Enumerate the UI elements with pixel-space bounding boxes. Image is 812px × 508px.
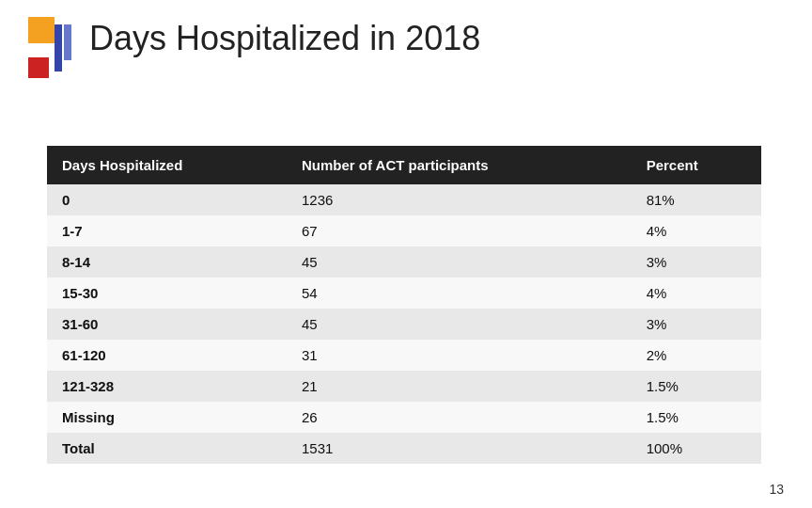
cell-days: 121-328 <box>47 371 287 402</box>
cell-count: 45 <box>287 246 632 278</box>
logo-bar-blue2 <box>64 24 71 60</box>
cell-days: Total <box>47 433 287 464</box>
cell-count: 1236 <box>287 184 632 215</box>
cell-percent: 1.5% <box>632 371 761 402</box>
cell-percent: 4% <box>632 215 761 246</box>
cell-count: 45 <box>287 309 632 340</box>
cell-percent: 4% <box>632 278 761 309</box>
cell-days: 15-30 <box>47 278 287 309</box>
table-row: 31-60453% <box>47 309 761 340</box>
col-header-days: Days Hospitalized <box>47 146 287 184</box>
cell-percent: 1.5% <box>632 402 761 433</box>
col-header-count: Number of ACT participants <box>287 146 632 184</box>
page-title: Days Hospitalized in 2018 <box>89 19 480 58</box>
table-header-row: Days Hospitalized Number of ACT particip… <box>47 146 761 184</box>
cell-days: 8-14 <box>47 246 287 278</box>
logo-square-red <box>28 57 49 78</box>
table-row: Missing261.5% <box>47 402 761 433</box>
col-header-percent: Percent <box>632 146 761 184</box>
cell-days: 0 <box>47 184 287 215</box>
cell-percent: 2% <box>632 340 761 371</box>
cell-days: 31-60 <box>47 309 287 340</box>
cell-days: 1-7 <box>47 215 287 246</box>
table-row: 15-30544% <box>47 278 761 309</box>
table-row: 0123681% <box>47 184 761 215</box>
page-container: Days Hospitalized in 2018 Days Hospitali… <box>0 0 812 508</box>
cell-percent: 100% <box>632 433 761 464</box>
cell-percent: 3% <box>632 246 761 278</box>
logo-decoration <box>28 17 77 78</box>
data-table: Days Hospitalized Number of ACT particip… <box>47 146 761 464</box>
cell-percent: 81% <box>632 184 761 215</box>
cell-count: 1531 <box>287 433 632 464</box>
table-row: 8-14453% <box>47 246 761 278</box>
cell-days: 61-120 <box>47 340 287 371</box>
cell-count: 67 <box>287 215 632 246</box>
table-container: Days Hospitalized Number of ACT particip… <box>47 146 761 464</box>
logo-bar-blue <box>55 24 62 71</box>
page-number: 13 <box>769 482 784 497</box>
table-row: Total1531100% <box>47 433 761 464</box>
cell-count: 26 <box>287 402 632 433</box>
table-row: 121-328211.5% <box>47 371 761 402</box>
cell-days: Missing <box>47 402 287 433</box>
cell-count: 54 <box>287 278 632 309</box>
cell-count: 21 <box>287 371 632 402</box>
table-row: 1-7674% <box>47 215 761 246</box>
table-row: 61-120312% <box>47 340 761 371</box>
logo-square-orange <box>28 17 55 43</box>
cell-count: 31 <box>287 340 632 371</box>
cell-percent: 3% <box>632 309 761 340</box>
